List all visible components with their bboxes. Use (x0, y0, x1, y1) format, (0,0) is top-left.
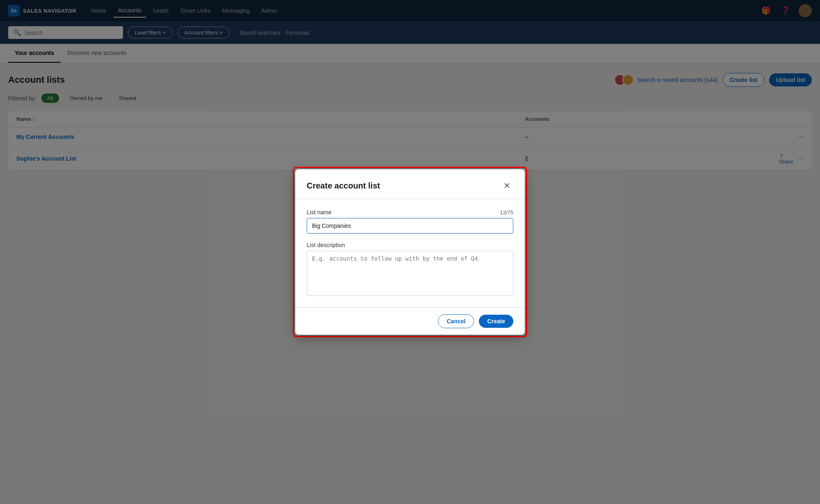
create-button[interactable]: Create (479, 315, 513, 328)
modal-close-button[interactable]: ✕ (500, 179, 513, 192)
list-name-label: List name (307, 209, 332, 216)
modal-footer: Cancel Create (295, 307, 525, 335)
create-account-list-modal: Create account list ✕ List name 13/75 Li… (295, 169, 525, 335)
modal-highlight: Create account list ✕ List name 13/75 Li… (293, 167, 527, 337)
list-desc-label: List description (307, 242, 513, 248)
list-name-label-row: List name 13/75 (307, 209, 513, 216)
modal-body: List name 13/75 List description (295, 199, 525, 307)
modal-title: Create account list (307, 181, 380, 191)
char-count: 13/75 (500, 209, 513, 216)
list-desc-textarea[interactable] (307, 251, 513, 296)
list-name-input[interactable] (307, 218, 513, 234)
modal-overlay: Create account list ✕ List name 13/75 Li… (0, 0, 820, 504)
cancel-button[interactable]: Cancel (438, 314, 474, 328)
modal-header: Create account list ✕ (295, 169, 525, 199)
